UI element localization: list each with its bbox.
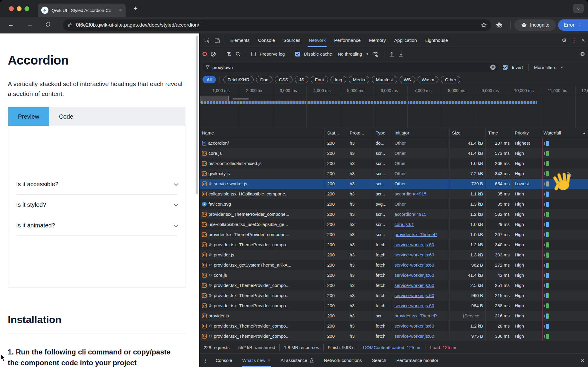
column-header-initiator[interactable]: Initiator xyxy=(392,128,450,138)
record-network-log-button[interactable] xyxy=(202,52,207,56)
network-request-row[interactable]: provider.tsx_ThemeProvider_compone...200… xyxy=(199,230,588,240)
filter-chip-wasm[interactable]: Wasm xyxy=(418,76,438,83)
request-name-cell[interactable]: ⚙provider.tsx_ThemeProvider_compo... xyxy=(199,290,325,301)
network-request-row[interactable]: favicon.svg200h3svg...Other1.3 kB35 msHi… xyxy=(199,199,588,209)
initiator-cell[interactable]: service-worker.js:60 xyxy=(392,331,450,341)
tab-preview[interactable]: Preview xyxy=(8,107,49,126)
browser-tab[interactable]: Qwik UI | Styled Accordion Co × xyxy=(38,4,126,17)
macos-close-button[interactable] xyxy=(9,6,14,11)
invert-checkbox[interactable] xyxy=(503,65,508,70)
incognito-indicator-icon[interactable] xyxy=(495,21,503,29)
devtools-tab-console[interactable]: Console xyxy=(254,33,279,47)
filter-chip-all[interactable]: All xyxy=(202,76,216,83)
preserve-log-checkbox[interactable] xyxy=(251,52,256,56)
error-menu-button[interactable]: Error ⋮ xyxy=(558,19,588,31)
site-info-icon[interactable] xyxy=(67,22,72,28)
network-request-row[interactable]: collapsible.tsx_HCollapsible_compone...2… xyxy=(199,189,588,199)
network-request-row[interactable]: ⚙provider.js200h3fetchservice-worker.js:… xyxy=(199,250,588,260)
devtools-tab-elements[interactable]: Elements xyxy=(226,33,254,47)
devtools-tab-sources[interactable]: Sources xyxy=(279,33,305,47)
request-name-cell[interactable]: ⚙provider.js xyxy=(199,250,325,260)
device-toolbar-icon[interactable] xyxy=(214,37,220,43)
new-tab-button[interactable]: + xyxy=(133,4,138,13)
initiator-cell[interactable]: service-worker.js:60 xyxy=(392,240,450,250)
column-header-proto[interactable]: Proto... xyxy=(347,128,373,138)
network-request-row[interactable]: ⚙provider.tsx_ThemeProvider_compo...200h… xyxy=(199,301,588,311)
initiator-cell[interactable]: accordion/:4915 xyxy=(392,209,450,219)
request-name-cell[interactable]: ⚙provider.tsx_ThemeProvider_compo... xyxy=(199,321,325,331)
column-header-waterfall[interactable]: Waterfall▲ xyxy=(541,128,588,138)
network-settings-icon[interactable]: ⚙ xyxy=(580,51,585,57)
column-header-type[interactable]: Type xyxy=(373,128,392,138)
macos-minimize-button[interactable] xyxy=(17,6,22,11)
request-name-cell[interactable]: ⚙provider.tsx_ThemeProvider_compo... xyxy=(199,301,325,311)
network-request-row[interactable]: ⚙provider.tsx_ThemeProvider_compo...200h… xyxy=(199,240,588,250)
sort-ascending-icon[interactable]: ▲ xyxy=(583,128,586,138)
column-header-stat[interactable]: Stat... xyxy=(325,128,347,138)
request-name-cell[interactable]: ⚙service-worker.js xyxy=(199,179,325,189)
initiator-cell[interactable]: service-worker.js:60 xyxy=(392,290,450,301)
network-request-row[interactable]: accordion/200h3do...Other41.4 kB107 msHi… xyxy=(199,138,588,148)
network-request-row[interactable]: test-controlled-list-mixed.js200h3scr...… xyxy=(199,158,588,169)
more-filters-dropdown-icon[interactable]: ▾ xyxy=(561,65,563,69)
filter-chip-media[interactable]: Media xyxy=(349,76,369,83)
initiator-cell[interactable]: service-worker.js:60 xyxy=(392,301,450,311)
filter-chip-font[interactable]: Font xyxy=(311,76,328,83)
network-request-row[interactable]: core.js200h3scr...Other41.4 kB573 msHigh xyxy=(199,148,588,158)
request-name-cell[interactable]: qwik-city.js xyxy=(199,169,325,179)
drawer-tab-close-icon[interactable]: × xyxy=(268,354,270,367)
request-name-cell[interactable]: ⚙provider.tsx_ThemeProvider_compo... xyxy=(199,331,325,341)
drawer-tab-aiassistance[interactable]: AI assistance xyxy=(276,354,318,367)
drawer-menu-icon[interactable]: ⋮ xyxy=(203,358,208,363)
column-header-name[interactable]: Name xyxy=(199,128,325,138)
initiator-cell[interactable]: service-worker.js:60 xyxy=(392,280,450,290)
network-request-row[interactable]: provider.tsx_ThemeProvider_compone...200… xyxy=(199,209,588,219)
initiator-cell[interactable]: core.js:61 xyxy=(392,219,450,230)
filter-chip-other[interactable]: Other xyxy=(441,76,461,83)
search-icon[interactable] xyxy=(235,51,241,57)
devtools-close-icon[interactable]: × xyxy=(581,37,585,44)
request-name-cell[interactable]: accordion/ xyxy=(199,138,325,148)
devtools-menu-icon[interactable]: ⋮ xyxy=(571,37,577,44)
network-request-row[interactable]: use-collapsible.tsx_useCollapsible_ge...… xyxy=(199,219,588,230)
network-request-row[interactable]: ⚙service-worker.js200h3scr...Other739 B6… xyxy=(199,179,588,189)
request-name-cell[interactable]: ⚙provider.tsx_ThemeProvider_compo... xyxy=(199,240,325,250)
initiator-cell[interactable]: provider.tsx_ThemeP xyxy=(392,311,450,321)
page-scrollbar[interactable] xyxy=(196,36,198,194)
preserve-log-label[interactable]: Preserve log xyxy=(260,51,285,56)
initiator-cell[interactable]: accordion/:4915 xyxy=(392,189,450,199)
drawer-tab-search[interactable]: Search xyxy=(368,354,391,367)
drawer-tab-performancemonitor[interactable]: Performance monitor xyxy=(392,354,442,367)
network-request-row[interactable]: ⚙provider.tsx_ThemeProvider_compo...200h… xyxy=(199,290,588,301)
accordion-item[interactable]: Is it animated? xyxy=(16,215,177,236)
devtools-tab-performance[interactable]: Performance xyxy=(330,33,365,47)
request-name-cell[interactable]: ⚙provider.tsx_getSystemTheme_aKkA... xyxy=(199,260,325,270)
inspect-element-icon[interactable] xyxy=(204,37,210,43)
filter-chip-js[interactable]: JS xyxy=(295,76,309,83)
devtools-tab-network[interactable]: Network xyxy=(304,33,330,47)
network-request-row[interactable]: qwik-city.js200h3scr...Other7.2 kB343 ms… xyxy=(199,169,588,179)
disable-cache-checkbox[interactable] xyxy=(295,52,300,56)
request-name-cell[interactable]: core.js xyxy=(199,148,325,158)
filter-chip-ws[interactable]: WS xyxy=(400,76,415,83)
column-header-time[interactable]: Time xyxy=(486,128,512,138)
browser-menu-icon[interactable]: ⋮ xyxy=(577,22,582,28)
initiator-cell[interactable]: service-worker.js:60 xyxy=(392,321,450,331)
disable-cache-label[interactable]: Disable cache xyxy=(304,51,332,56)
tab-search-button[interactable]: ⌄ xyxy=(573,4,584,13)
network-request-row[interactable]: ⚙provider.tsx_ThemeProvider_compo...200h… xyxy=(199,331,588,341)
initiator-cell[interactable]: service-worker.js:60 xyxy=(392,250,450,260)
initiator-cell[interactable]: service-worker.js:60 xyxy=(392,260,450,270)
more-filters-button[interactable]: More filters xyxy=(534,65,556,70)
request-name-cell[interactable]: use-collapsible.tsx_useCollapsible_ge... xyxy=(199,219,325,230)
network-request-row[interactable]: provider.js200h3scr...provider.tsx_Theme… xyxy=(199,311,588,321)
request-name-cell[interactable]: provider.tsx_ThemeProvider_compone... xyxy=(199,230,325,240)
accordion-item[interactable]: Is it styled? xyxy=(16,195,177,215)
tab-code[interactable]: Code xyxy=(49,107,83,126)
filter-input-value[interactable]: proxytown xyxy=(212,65,488,70)
network-request-row[interactable]: ⚙provider.tsx_ThemeProvider_compo...200h… xyxy=(199,321,588,331)
invert-label[interactable]: Invert xyxy=(512,65,523,70)
request-name-cell[interactable]: favicon.svg xyxy=(199,199,325,209)
import-har-icon[interactable] xyxy=(389,51,394,57)
request-name-cell[interactable]: ⚙core.js xyxy=(199,270,325,280)
